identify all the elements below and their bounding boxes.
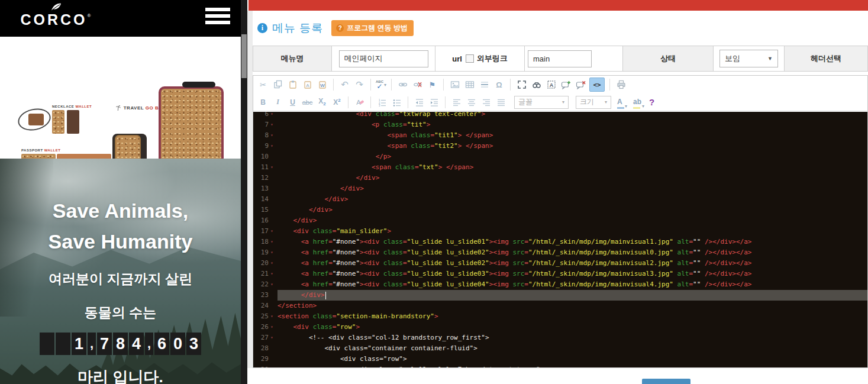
code-line-6[interactable]: 6▾ <div class="txtwrap text-center">	[253, 112, 867, 120]
code-line-8[interactable]: 8▾ <span class="tit1"> </span>	[253, 130, 867, 141]
fold-arrow-icon[interactable]: ▾	[269, 120, 277, 130]
code-line-14[interactable]: 14 </div>	[253, 194, 867, 205]
suggestion-add-icon[interactable]	[560, 79, 572, 91]
fold-arrow-icon[interactable]: ▾	[269, 258, 277, 269]
fold-arrow-icon[interactable]: ▾	[269, 322, 277, 333]
redo-icon[interactable]: ↷	[353, 79, 366, 91]
code-line-9[interactable]: 9▾ <span class="tit2"> </span>	[253, 141, 867, 151]
source-code-area[interactable]: 6▾ <div class="txtwrap text-center">7▾ <…	[253, 112, 867, 367]
chevron-down-icon: ▾	[599, 99, 607, 105]
find-icon[interactable]	[530, 79, 543, 91]
url-input[interactable]	[528, 50, 592, 67]
italic-button[interactable]: I	[272, 96, 284, 108]
code-line-20[interactable]: 20▾ <a href="#none"><div class="lu_slide…	[253, 258, 867, 269]
align-center-icon[interactable]	[465, 96, 477, 108]
fold-arrow-icon[interactable]: ▾	[269, 112, 277, 120]
link-icon[interactable]	[396, 79, 409, 91]
bold-button[interactable]: B	[257, 96, 269, 108]
anchor-flag-icon[interactable]: ⚑	[426, 79, 438, 91]
fold-arrow-icon[interactable]: ▾	[269, 237, 277, 247]
align-left-icon[interactable]	[450, 96, 463, 108]
maximize-icon[interactable]	[515, 79, 528, 91]
fold-arrow-icon[interactable]: ▾	[269, 333, 277, 343]
horizontal-line-icon[interactable]	[478, 79, 491, 91]
external-link-checkbox[interactable]	[466, 54, 474, 63]
editor-help-button[interactable]: ?	[649, 97, 654, 107]
preview-scrollbar[interactable]	[241, 0, 247, 384]
code-line-19[interactable]: 19▾ <a href="#none"><div class="lu_slide…	[253, 247, 867, 258]
toolbar-separator	[370, 96, 371, 108]
top-red-bar	[249, 0, 868, 11]
fold-arrow-icon[interactable]: ▾	[269, 279, 277, 290]
fold-arrow-icon[interactable]: ▾	[269, 162, 277, 173]
site-logo[interactable]: CORCO®	[20, 2, 91, 27]
code-line-27[interactable]: 27▾ <!-- <div class="col-12 brandstory_r…	[253, 333, 867, 343]
special-char-icon[interactable]: Ω	[493, 79, 505, 91]
unlink-icon[interactable]	[411, 79, 424, 91]
outdent-icon[interactable]	[413, 96, 425, 108]
code-line-7[interactable]: 7▾ <p class="tit">	[253, 120, 867, 130]
font-size-select[interactable]: 크기 ▾	[576, 96, 611, 109]
ordered-list-icon[interactable]: 123	[376, 96, 388, 108]
indent-icon[interactable]	[428, 96, 440, 108]
code-line-11[interactable]: 11▾ <span class="txt"> </span>	[253, 162, 867, 173]
code-line-18[interactable]: 18▾ <a href="#none"><div class="lu_slide…	[253, 237, 867, 247]
code-line-10[interactable]: 10 </p>	[253, 151, 867, 162]
code-line-12[interactable]: 12 </div>	[253, 173, 867, 183]
fold-arrow-icon[interactable]: ▾	[269, 226, 277, 237]
save-button[interactable]: 저장하기	[642, 379, 690, 384]
underline-button[interactable]: U	[286, 96, 299, 108]
menu-name-input[interactable]	[339, 50, 428, 67]
strikethrough-button[interactable]: abc	[301, 96, 314, 108]
line-number: 15	[253, 205, 269, 215]
code-line-24[interactable]: 24</section>	[253, 301, 867, 311]
undo-icon[interactable]: ↶	[338, 79, 351, 91]
code-line-26[interactable]: 26▾ <div class="row">	[253, 322, 867, 333]
superscript-button[interactable]: X2	[331, 96, 343, 108]
line-number: 25	[253, 311, 269, 322]
paste-text-icon[interactable]: A	[301, 79, 314, 91]
fold-arrow-icon[interactable]: ▾	[269, 141, 277, 151]
print-icon[interactable]	[615, 79, 627, 91]
code-line-16[interactable]: 16 </div>	[253, 215, 867, 226]
table-icon[interactable]	[463, 79, 476, 91]
align-right-icon[interactable]	[480, 96, 492, 108]
fold-arrow-icon[interactable]: ▾	[269, 269, 277, 279]
code-line-30[interactable]: 30 <div class="col-12 col-lg-7 brandstor…	[253, 364, 867, 367]
code-line-29[interactable]: 29 <div class="row">	[253, 354, 867, 364]
preview-scrollbar-thumb[interactable]	[241, 34, 247, 78]
fold-arrow-icon[interactable]: ▾	[269, 247, 277, 258]
highlight-color-button[interactable]: ab ▾	[633, 96, 644, 109]
text-color-button[interactable]: A ▾	[617, 96, 627, 109]
code-line-17[interactable]: 17▾ <div class="main_slider">	[253, 226, 867, 237]
toolbar-separator	[445, 96, 446, 108]
line-number: 27	[253, 333, 269, 343]
code-line-25[interactable]: 25▾<section class="section-main-brandsto…	[253, 311, 867, 322]
code-line-15[interactable]: 15 </div>	[253, 205, 867, 215]
image-icon[interactable]	[448, 79, 461, 91]
code-line-13[interactable]: 13 </div>	[253, 183, 867, 194]
align-justify-icon[interactable]	[495, 96, 507, 108]
spellcheck-button[interactable]: ABC✓ ▾	[376, 80, 386, 89]
cut-icon[interactable]: ✂	[257, 79, 269, 91]
paste-word-icon[interactable]: W	[316, 79, 328, 91]
font-family-select[interactable]: 글꼴 ▾	[514, 96, 569, 109]
status-select[interactable]: 보임 ▼	[719, 50, 778, 67]
copy-icon[interactable]	[272, 79, 284, 91]
fold-arrow-icon[interactable]: ▾	[269, 130, 277, 141]
fold-arrow-icon[interactable]: ▾	[269, 311, 277, 322]
code-line-23[interactable]: 23 </div>	[253, 290, 867, 301]
code-line-28[interactable]: 28 <div class="container container-fluid…	[253, 343, 867, 354]
remove-format-icon[interactable]: A	[353, 96, 366, 108]
help-badge-button[interactable]: ? 프로그램 연동 방법	[331, 20, 414, 36]
unordered-list-icon[interactable]	[391, 96, 403, 108]
hamburger-menu-button[interactable]	[205, 8, 230, 28]
code-line-22[interactable]: 22▾ <a href="#none"><div class="lu_slide…	[253, 279, 867, 290]
code-line-21[interactable]: 21▾ <a href="#none"><div class="lu_slide…	[253, 269, 867, 279]
select-all-icon[interactable]: A	[545, 79, 557, 91]
line-number: 12	[253, 173, 269, 183]
paste-icon[interactable]	[286, 79, 299, 91]
subscript-button[interactable]: X2	[316, 96, 328, 108]
source-mode-button[interactable]: <>	[589, 78, 605, 92]
suggestion-remove-icon[interactable]	[575, 79, 587, 91]
